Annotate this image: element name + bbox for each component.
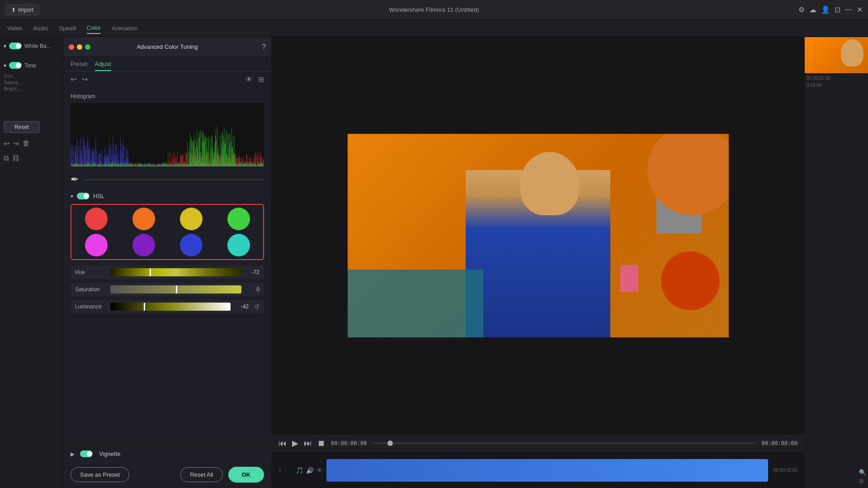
luminance-slider-track[interactable] bbox=[110, 303, 231, 311]
fit-icon[interactable]: ⊞ bbox=[859, 478, 866, 484]
hsl-chevron[interactable]: ▾ bbox=[71, 193, 73, 199]
track1-eye-icon[interactable]: 👁 bbox=[316, 467, 323, 474]
white-balance-row: ▾ White Ba... bbox=[4, 43, 59, 49]
vignette-section: ▶ Vignette bbox=[63, 446, 271, 461]
tab-adjust[interactable]: Adjust bbox=[95, 61, 111, 71]
vignette-header: ▶ Vignette bbox=[71, 450, 264, 457]
wb-slider-bar bbox=[83, 179, 264, 180]
step-forward-button[interactable]: ⏭ bbox=[304, 439, 312, 448]
histogram-section: Histogram bbox=[63, 88, 271, 172]
eye-toolbar-icon[interactable]: 👁 bbox=[245, 76, 253, 84]
skip-back-button[interactable]: ⏮ bbox=[278, 439, 287, 448]
help-icon[interactable]: ? bbox=[262, 43, 266, 51]
tab-speed[interactable]: Speed bbox=[59, 23, 76, 33]
save-preset-button[interactable]: Save as Preset bbox=[71, 467, 129, 482]
eyedropper-icon[interactable]: ✒ bbox=[71, 174, 79, 185]
luminance-value: -42 bbox=[234, 303, 249, 310]
traffic-lights bbox=[69, 44, 90, 50]
video-controls: ⏮ ▶ ⏭ ⏹ 00:00:00:00 00:00:08:00 bbox=[271, 434, 805, 452]
import-icon: ⬆ bbox=[11, 7, 16, 13]
nav-tabs: Video Audio Speed Color Animation bbox=[0, 20, 868, 37]
pink-mug bbox=[620, 265, 638, 292]
playback-thumb[interactable] bbox=[387, 441, 393, 446]
play-button[interactable]: ▶ bbox=[292, 438, 298, 448]
person-head bbox=[520, 152, 579, 215]
tone-toggle[interactable] bbox=[9, 62, 22, 69]
brightness-label: Bright... bbox=[4, 86, 59, 88]
import-button[interactable]: ⬆ Import bbox=[5, 5, 39, 15]
close-traffic-light[interactable] bbox=[69, 44, 74, 50]
track1-volume-icon[interactable]: 🔊 bbox=[306, 467, 314, 474]
main-layout: ▾ White Ba... ▾ Tone Con... Satura... Br… bbox=[0, 37, 868, 488]
red-circle-decoration bbox=[661, 251, 720, 310]
white-balance-toggle[interactable] bbox=[9, 43, 22, 49]
user-icon[interactable]: 👤 bbox=[821, 5, 830, 14]
stop-button[interactable]: ⏹ bbox=[317, 439, 326, 448]
reset-button[interactable]: Reset bbox=[4, 121, 40, 133]
tab-animation[interactable]: Animation bbox=[112, 23, 138, 33]
tab-color[interactable]: Color bbox=[87, 23, 101, 34]
vignette-chevron[interactable]: ▶ bbox=[71, 451, 75, 457]
bottom-timeline: 1 🎵 🔊 👁 00:00:02:00 bbox=[271, 452, 805, 488]
white-balance-label: White Ba... bbox=[24, 43, 51, 49]
bottom-actions: Save as Preset Reset All OK bbox=[63, 461, 271, 488]
hue-thumb[interactable] bbox=[150, 268, 151, 276]
chevron-down-icon[interactable]: ▾ bbox=[4, 43, 6, 49]
window-icon[interactable]: ⊡ bbox=[835, 5, 840, 14]
histogram-label: Histogram bbox=[71, 93, 264, 99]
layers-icon[interactable]: ⧉ bbox=[4, 154, 9, 162]
timeline-marker-1: 00:00:02:00 bbox=[774, 468, 797, 473]
swatch-yellow[interactable] bbox=[180, 208, 203, 230]
minimize-traffic-light[interactable] bbox=[77, 44, 82, 50]
reset-all-button[interactable]: Reset All bbox=[180, 467, 222, 482]
ok-button[interactable]: OK bbox=[228, 467, 264, 483]
maximize-traffic-light[interactable] bbox=[85, 44, 90, 50]
undo-icon[interactable]: ↩ bbox=[4, 139, 9, 148]
chevron-down-icon-tone[interactable]: ▾ bbox=[4, 62, 6, 69]
zoom-out-icon[interactable]: 🔍 bbox=[859, 469, 866, 476]
top-bar: ⬆ Import Wondershare Filmora 11 (Untitle… bbox=[0, 0, 868, 20]
right-panel: 00:00:02:00 0:10:00 🔍 ⊞ bbox=[805, 37, 868, 488]
settings-icon[interactable]: ⚙ bbox=[798, 5, 805, 14]
swatch-orange[interactable] bbox=[132, 208, 155, 230]
compare-toolbar-icon[interactable]: ⊞ bbox=[258, 75, 264, 84]
swatch-green[interactable] bbox=[227, 208, 250, 230]
contrast-label: Con... bbox=[4, 73, 59, 75]
luminance-reset-icon[interactable]: ↺ bbox=[254, 303, 259, 310]
redo-icon[interactable]: ↪ bbox=[13, 139, 19, 148]
swatch-purple[interactable] bbox=[132, 234, 155, 256]
tab-video[interactable]: Video bbox=[7, 23, 22, 33]
close-icon[interactable]: ✕ bbox=[857, 5, 863, 14]
vignette-label: Vignette bbox=[99, 450, 120, 457]
color-panel-title: Advanced Color Tuning bbox=[137, 43, 198, 50]
trash-icon[interactable]: 🗑 bbox=[23, 139, 30, 148]
minimize-icon[interactable]: — bbox=[845, 5, 852, 14]
swatch-blue[interactable] bbox=[180, 234, 203, 256]
histogram-canvas bbox=[71, 103, 264, 166]
swatch-red[interactable] bbox=[85, 208, 108, 230]
tab-preset[interactable]: Preset bbox=[71, 61, 88, 71]
tab-audio[interactable]: Audio bbox=[33, 23, 48, 33]
swatch-pink[interactable] bbox=[85, 234, 108, 256]
track1-content[interactable] bbox=[326, 459, 768, 482]
swatch-cyan[interactable] bbox=[227, 234, 250, 256]
color-panel: Advanced Color Tuning ? Preset Adjust ↩ … bbox=[63, 37, 271, 488]
teal-rectangle bbox=[348, 270, 483, 337]
redo-toolbar-icon[interactable]: ↪ bbox=[82, 75, 88, 84]
color-panel-header: Advanced Color Tuning ? bbox=[63, 37, 271, 57]
toolbar-row: ↩ ↪ 👁 ⊞ bbox=[63, 71, 271, 88]
track1-music-icon[interactable]: 🎵 bbox=[296, 467, 303, 474]
hue-slider-track[interactable] bbox=[110, 268, 241, 276]
panel-tabs: Preset Adjust bbox=[63, 57, 271, 71]
saturation-thumb[interactable] bbox=[176, 285, 177, 294]
undo-toolbar-icon[interactable]: ↩ bbox=[71, 75, 76, 84]
saturation-slider-track[interactable] bbox=[110, 285, 241, 294]
link-icon[interactable]: ⛓ bbox=[12, 154, 19, 162]
vignette-toggle[interactable] bbox=[80, 450, 93, 457]
left-panel: ▾ White Ba... ▾ Tone Con... Satura... Br… bbox=[0, 37, 63, 488]
hsl-label: HSL bbox=[93, 193, 104, 199]
playback-timeline[interactable] bbox=[372, 442, 756, 444]
cloud-icon[interactable]: ☁ bbox=[809, 5, 816, 14]
top-bar-left: ⬆ Import bbox=[5, 5, 39, 15]
hsl-toggle[interactable] bbox=[77, 193, 90, 199]
